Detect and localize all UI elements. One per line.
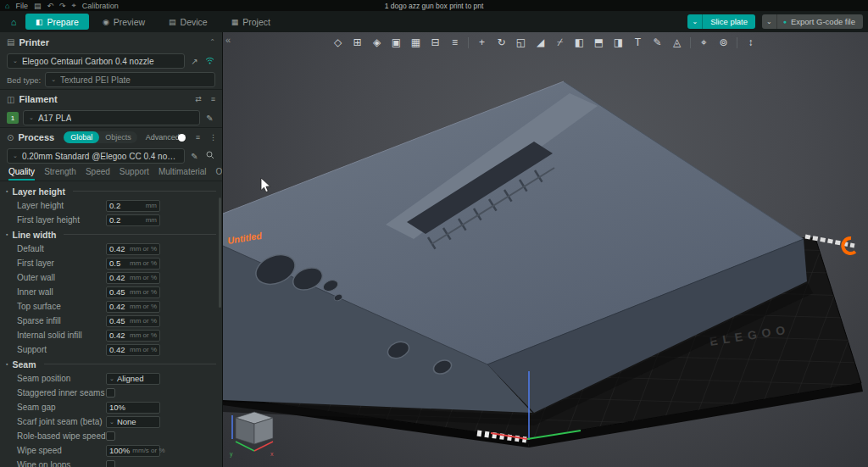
setting-input[interactable]: 0.5mm or % [106, 258, 160, 270]
param-tab-quality[interactable]: Quality [8, 167, 35, 181]
app-home-icon[interactable]: ⌂ [5, 2, 9, 10]
setting-input[interactable]: 0.42mm or % [106, 301, 160, 313]
setting-input[interactable]: 100%mm/s or % [106, 445, 160, 457]
support-paint-icon[interactable]: ⬒ [593, 36, 605, 48]
viewport[interactable]: « ◇⊞◈▣▦⊟≡+↻◱◢⌿◧⬒◨T✎◬⌖⊚↕ ELEGOO [223, 32, 868, 467]
scope-global-button[interactable]: Global [64, 131, 99, 143]
arrange-icon[interactable]: ◇ [331, 36, 344, 48]
setting-label: Seam position [6, 374, 106, 383]
setting-input[interactable]: 0.2mm [106, 214, 160, 226]
image-icon[interactable]: ▣ [390, 36, 403, 48]
edit-printer-icon[interactable]: ↗ [189, 57, 200, 66]
move-icon[interactable]: + [476, 36, 488, 48]
setting-input[interactable]: 10% [106, 402, 160, 414]
setting-row: Top surface0.42mm or % [6, 299, 216, 314]
setting-checkbox[interactable] [106, 460, 115, 467]
tab-preview[interactable]: ◉Preview [92, 14, 155, 30]
filament-preset-select[interactable]: ⌄ A17 PLA [23, 110, 200, 125]
setting-row: Staggered inner seams [6, 386, 216, 400]
calibration-menu[interactable]: Calibration [82, 2, 119, 10]
filament-preset-value: A17 PLA [38, 114, 71, 123]
process-menu-icon[interactable]: ≡ [196, 133, 200, 142]
setting-label: Default [6, 244, 106, 253]
param-tab-strength[interactable]: Strength [44, 167, 76, 181]
wifi-icon[interactable] [204, 57, 215, 66]
seam-paint-icon[interactable]: ◨ [612, 36, 625, 48]
param-tab-others[interactable]: Others [216, 167, 223, 181]
tab-icon: ▦ [231, 18, 239, 26]
printer-preset-select[interactable]: ⌄ Elegoo Centauri Carbon 0.4 nozzle [7, 53, 185, 69]
rotate-icon[interactable]: ↻ [495, 36, 508, 48]
tab-prepare[interactable]: ◧Prepare [25, 14, 89, 30]
tab-label: Prepare [47, 17, 79, 27]
sidebar-collapse-handle[interactable]: « [225, 35, 231, 45]
setting-select[interactable]: ⌄Aligned [106, 373, 160, 385]
cut-icon[interactable]: ⌿ [554, 36, 566, 48]
file-menu[interactable]: File [15, 2, 28, 10]
group-header[interactable]: ▪Line width [6, 227, 216, 242]
process-section-header[interactable]: ⊙ Process Global Objects Advanced ≡ ⋮ [0, 127, 222, 147]
setting-input[interactable]: 0.45mm or % [106, 286, 160, 298]
sidebar-scrollbar[interactable] [219, 197, 221, 308]
setting-input[interactable]: 0.42mm or % [106, 272, 160, 284]
filament-color-chip[interactable]: 1 [7, 112, 19, 124]
home-button[interactable]: ⌂ [5, 14, 22, 30]
group-header[interactable]: ▪Layer height [6, 184, 216, 198]
tab-project[interactable]: ▦Project [221, 14, 281, 30]
scene-canvas[interactable]: ELEGOO [223, 32, 868, 467]
export-gcode-button[interactable]: ⌄ ● Export G-code file [762, 14, 863, 29]
split-icon[interactable]: ◧ [573, 36, 586, 48]
printer-section-header[interactable]: ▤ Printer ⌃ [0, 32, 222, 52]
navigation-cube[interactable]: y x [230, 412, 274, 458]
setting-input[interactable]: 0.2mm [106, 200, 160, 212]
param-tab-support[interactable]: Support [120, 167, 149, 181]
edit-process-icon[interactable]: ✎ [189, 152, 200, 161]
filament-section-header[interactable]: ◫ Filament ⇄ ≡ [0, 89, 222, 108]
scale-icon[interactable]: ◱ [515, 36, 527, 48]
tab-device[interactable]: ▤Device [159, 14, 218, 30]
filament-settings-icon[interactable]: ≡ [211, 95, 215, 103]
setting-checkbox[interactable] [106, 431, 115, 441]
param-tab-multimaterial[interactable]: Multimaterial [159, 167, 207, 181]
param-tab-speed[interactable]: Speed [86, 167, 110, 181]
table-view-icon[interactable]: ⊟ [429, 36, 442, 48]
emboss-icon[interactable]: ◬ [670, 36, 683, 48]
auto-orient-icon[interactable]: ◈ [370, 36, 383, 48]
scope-objects-button[interactable]: Objects [99, 133, 137, 142]
bed-type-select[interactable]: ⌄ Textured PEI Plate [45, 72, 215, 87]
process-preset-select[interactable]: ⌄ 0.20mm Standard @Elegoo CC 0.4 nozzle [7, 148, 185, 164]
measure-icon[interactable]: ⌖ [698, 36, 710, 48]
grid-view-icon[interactable]: ▦ [409, 36, 422, 48]
setting-input[interactable]: 0.42mm or % [106, 243, 160, 255]
export-dropdown-icon[interactable]: ⌄ [762, 14, 777, 29]
undo-icon[interactable]: ↶ [47, 2, 53, 10]
search-icon[interactable] [204, 151, 215, 161]
setting-input[interactable]: 0.42mm or % [106, 344, 160, 356]
assembly-icon[interactable]: ⊚ [717, 36, 730, 48]
setting-input[interactable]: 0.42mm or % [106, 330, 160, 342]
add-plate-icon[interactable]: ⊞ [351, 36, 364, 48]
setting-checkbox[interactable] [106, 388, 115, 398]
filament-section-title: Filament [19, 94, 57, 104]
slice-plate-button[interactable]: ⌄ Slice plate [687, 14, 755, 29]
place-on-face-icon[interactable]: ◢ [534, 36, 547, 48]
group-header[interactable]: ▪Seam [6, 357, 216, 371]
color-paint-icon[interactable]: ✎ [651, 36, 664, 48]
setting-input[interactable]: 0.45mm or % [106, 315, 160, 327]
edit-filament-icon[interactable]: ✎ [204, 114, 215, 123]
param-tabs: QualityStrengthSpeedSupportMultimaterial… [0, 165, 222, 181]
variable-layer-height-icon[interactable]: ↕ [744, 36, 757, 48]
process-preset-value: 0.20mm Standard @Elegoo CC 0.4 nozzle [22, 152, 179, 161]
save-icon[interactable]: ▤ [34, 2, 42, 10]
text-icon[interactable]: T [632, 36, 644, 48]
setting-value: 100% [109, 446, 130, 455]
group-icon: ▪ [6, 188, 8, 194]
process-more-icon[interactable]: ⋮ [209, 133, 217, 142]
slice-dropdown-icon[interactable]: ⌄ [687, 14, 703, 29]
setting-select[interactable]: ⌄None [106, 416, 160, 428]
group-divider [44, 364, 216, 364]
printer-collapse-icon[interactable]: ⌃ [209, 38, 215, 46]
redo-icon[interactable]: ↷ [59, 2, 66, 10]
sync-filament-icon[interactable]: ⇄ [195, 95, 202, 103]
list-view-icon[interactable]: ≡ [448, 36, 461, 48]
